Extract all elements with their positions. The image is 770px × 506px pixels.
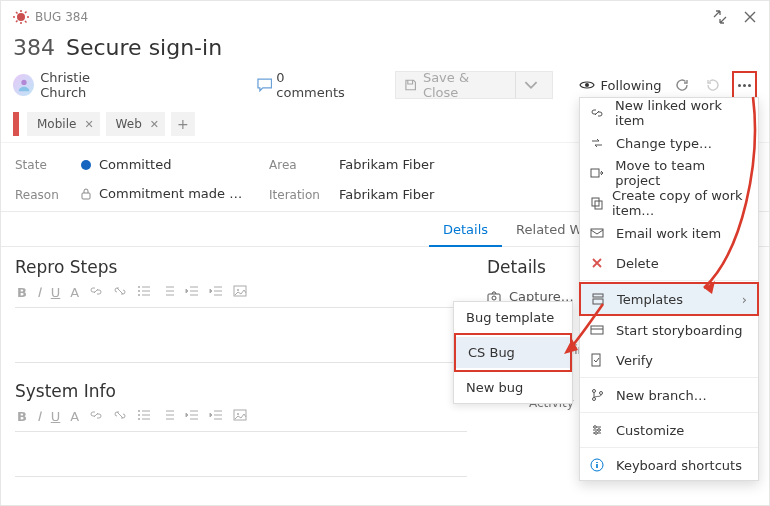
ctx-new-linked[interactable]: New linked work item (580, 98, 758, 128)
work-item-type-label: BUG 384 (35, 10, 88, 24)
svg-point-11 (138, 418, 140, 420)
svg-point-27 (594, 426, 597, 429)
work-item-title[interactable]: Secure sign-in (66, 35, 222, 60)
ctx-new-branch[interactable]: New branch… (580, 380, 758, 410)
avatar (13, 74, 34, 96)
rte-toolbar[interactable]: B I U A (15, 283, 467, 305)
underline-icon[interactable]: U (51, 409, 61, 424)
repro-steps-heading: Repro Steps (15, 257, 467, 277)
reason-value[interactable]: Commitment made … (81, 186, 261, 203)
add-tag-button[interactable]: + (171, 112, 195, 136)
svg-point-2 (585, 83, 589, 87)
ctx-verify[interactable]: Verify (580, 345, 758, 375)
area-label: Area (269, 158, 331, 172)
bullets-icon[interactable] (137, 408, 151, 425)
follow-button[interactable]: Following (579, 78, 662, 93)
svg-point-0 (17, 13, 25, 21)
ctx-delete[interactable]: Delete (580, 248, 758, 278)
svg-rect-22 (591, 326, 603, 334)
save-close-button: Save & Close (395, 71, 553, 99)
tag-web[interactable]: Web✕ (106, 112, 165, 136)
mail-icon (590, 226, 608, 240)
more-actions-button[interactable] (732, 71, 757, 99)
link-icon[interactable] (89, 284, 103, 301)
svg-rect-23 (592, 354, 600, 366)
rte-toolbar[interactable]: B I U A (15, 407, 467, 429)
ellipsis-icon (738, 84, 751, 87)
ctx-shortcuts[interactable]: Keyboard shortcuts (580, 450, 758, 480)
svg-point-28 (598, 429, 601, 432)
svg-rect-3 (82, 193, 90, 199)
numbered-icon[interactable] (161, 408, 175, 425)
italic-icon[interactable]: I (37, 409, 41, 424)
svg-point-4 (138, 286, 140, 288)
svg-point-10 (138, 414, 140, 416)
branch-icon (590, 388, 608, 402)
underline-icon[interactable]: U (51, 285, 61, 300)
unlink-icon[interactable] (113, 408, 127, 425)
state-label: State (15, 158, 73, 172)
remove-tag-icon[interactable]: ✕ (150, 118, 159, 131)
save-icon (404, 78, 417, 92)
image-icon[interactable] (233, 408, 247, 425)
link-icon[interactable] (89, 408, 103, 425)
bullets-icon[interactable] (137, 284, 151, 301)
move-icon (590, 166, 607, 180)
svg-point-25 (593, 398, 596, 401)
context-menu[interactable]: New linked work item Change type… Move t… (579, 97, 759, 481)
tag-mobile[interactable]: Mobile✕ (27, 112, 100, 136)
font-icon[interactable]: A (70, 285, 79, 300)
system-info-editor[interactable] (15, 431, 467, 477)
template-new-bug[interactable]: New bug (454, 372, 572, 403)
storyboard-icon (590, 323, 608, 337)
font-icon[interactable]: A (70, 409, 79, 424)
bold-icon[interactable]: B (17, 409, 27, 424)
ctx-change-type[interactable]: Change type… (580, 128, 758, 158)
iteration-label: Iteration (269, 188, 331, 202)
outdent-icon[interactable] (185, 408, 199, 425)
ctx-email[interactable]: Email work item (580, 218, 758, 248)
unlink-icon[interactable] (113, 284, 127, 301)
refresh-icon[interactable] (671, 74, 692, 96)
remove-tag-icon[interactable]: ✕ (84, 118, 93, 131)
indent-icon[interactable] (209, 284, 223, 301)
close-icon[interactable] (739, 6, 761, 28)
indent-icon[interactable] (209, 408, 223, 425)
verify-icon (590, 353, 608, 367)
change-type-icon (590, 136, 608, 150)
repro-steps-editor[interactable] (15, 307, 467, 363)
bold-icon[interactable]: B (17, 285, 27, 300)
state-dot-icon (81, 160, 91, 170)
italic-icon[interactable]: I (37, 285, 41, 300)
bug-icon (13, 9, 29, 25)
numbered-icon[interactable] (161, 284, 175, 301)
eye-icon (579, 79, 595, 91)
accent-bar (13, 112, 19, 136)
expand-icon[interactable] (709, 6, 731, 28)
chevron-down-icon (515, 72, 544, 98)
templates-submenu[interactable]: Bug template CS Bug New bug (453, 301, 573, 404)
copy-icon (590, 196, 604, 210)
delete-icon (590, 256, 608, 270)
ctx-storyboard[interactable]: Start storyboarding (580, 315, 758, 345)
image-icon[interactable] (233, 284, 247, 301)
assignee-name[interactable]: Christie Church (40, 70, 137, 100)
ctx-move-team[interactable]: Move to team project (580, 158, 758, 188)
ctx-create-copy[interactable]: Create copy of work item… (580, 188, 758, 218)
svg-point-9 (138, 410, 140, 412)
ctx-templates[interactable]: Templates › (581, 284, 757, 314)
page-title: 384 Secure sign-in (1, 31, 769, 66)
svg-point-24 (593, 390, 596, 393)
svg-point-5 (138, 290, 140, 292)
template-cs-bug[interactable]: CS Bug (456, 337, 570, 368)
system-info-heading: System Info (15, 381, 467, 401)
comments-button[interactable]: 0 comments (257, 70, 355, 100)
undo-icon[interactable] (703, 74, 724, 96)
tab-details[interactable]: Details (429, 213, 502, 247)
ctx-customize[interactable]: Customize (580, 415, 758, 445)
outdent-icon[interactable] (185, 284, 199, 301)
svg-point-26 (600, 392, 603, 395)
state-value[interactable]: Committed (81, 157, 261, 172)
template-bug-template[interactable]: Bug template (454, 302, 572, 333)
svg-point-6 (138, 294, 140, 296)
